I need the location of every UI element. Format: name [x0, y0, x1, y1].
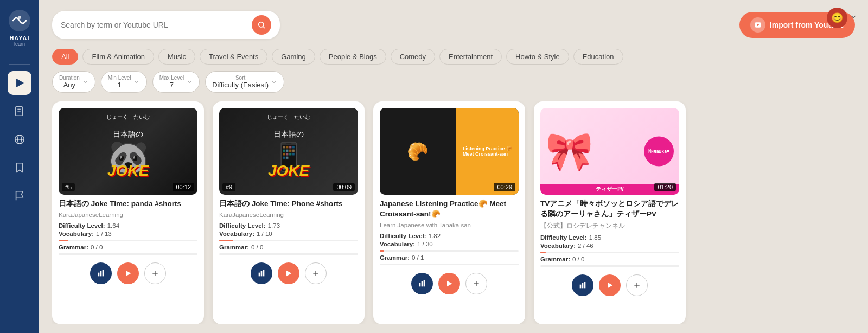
card-channel-1: KaraJapaneseLearning	[59, 212, 197, 218]
card-vocab-row-1: Vocabulary: 1 / 13	[59, 230, 197, 237]
add-button-4[interactable]	[626, 274, 648, 296]
play-button-3[interactable]	[438, 273, 460, 294]
filter-chip-travel[interactable]: Travel & Events	[200, 49, 267, 65]
video-card-4: 🎀 Милашка♥ ティザーPV 01:20 TVアニメ「時々ボソッとロシア語…	[534, 101, 686, 324]
stats-button-1[interactable]	[90, 262, 112, 284]
difficulty-value-2: 1.73	[268, 222, 280, 229]
thumb-joke-1: JOKE	[107, 162, 149, 180]
user-avatar[interactable]: 😊	[827, 8, 857, 28]
card-grammar-row-3: Grammar: 0 / 1	[380, 254, 519, 261]
play-button-1[interactable]	[117, 262, 139, 284]
cards-grid: じょーく たいむ 日本語の 🐼 JOKE #5 00:12 日本語の Joke …	[52, 101, 855, 324]
thumb-duration-1: 00:12	[173, 183, 194, 191]
add-icon-3	[472, 279, 481, 288]
vocab-label-1: Vocabulary:	[59, 230, 94, 237]
filter-chip-entertainment[interactable]: Entertainment	[439, 49, 502, 65]
stats-button-4[interactable]	[572, 274, 593, 296]
stats-icon-2	[257, 269, 266, 278]
thumb-joke-2: JOKE	[268, 162, 309, 180]
difficulty-label-3: Difficulty Level:	[380, 233, 426, 239]
filter-chip-gaming[interactable]: Gaming	[272, 49, 315, 65]
grammar-value-1: 0 / 0	[91, 244, 103, 251]
play-button-2[interactable]	[278, 262, 299, 284]
stats-button-2[interactable]	[251, 262, 272, 284]
header-row: Import from Youtube	[52, 11, 855, 39]
book-icon	[14, 105, 25, 117]
filter-chip-all[interactable]: All	[52, 49, 78, 65]
main-content: 😊 Import from Youtube All	[39, 0, 868, 333]
max-level-dropdown[interactable]: Max Level 7	[152, 71, 200, 93]
play-icon	[14, 77, 25, 89]
difficulty-label-4: Difficulty Level:	[540, 234, 587, 241]
svg-rect-14	[100, 271, 102, 276]
card-thumb-4[interactable]: 🎀 Милашка♥ ティザーPV 01:20	[540, 108, 679, 195]
card-thumb-2[interactable]: じょーく たいむ 日本語の 📱 JOKE #9 00:09	[219, 108, 358, 195]
card-thumb-1[interactable]: じょーく たいむ 日本語の 🐼 JOKE #5 00:12	[59, 108, 197, 195]
thumb-number-2: #9	[222, 183, 235, 191]
vocab-label-3: Vocabulary:	[380, 241, 415, 247]
sidebar-item-flag[interactable]	[8, 184, 31, 208]
difficulty-label-2: Difficulty Level:	[219, 222, 266, 229]
chevron-down-icon-4	[271, 79, 277, 85]
filter-chip-film[interactable]: Film & Animation	[82, 49, 154, 65]
svg-point-9	[259, 22, 264, 27]
add-icon-4	[633, 281, 641, 290]
vocab-value-3: 1 / 30	[417, 241, 433, 247]
add-button-3[interactable]	[465, 273, 487, 294]
grammar-label-1: Grammar:	[59, 244, 88, 251]
filter-chip-music[interactable]: Music	[158, 49, 195, 65]
add-button-1[interactable]	[144, 262, 166, 284]
filter-chip-comedy[interactable]: Comedy	[391, 49, 435, 65]
stats-icon-4	[578, 281, 587, 290]
vocab-value-1: 1 / 13	[96, 230, 112, 237]
card-actions-1	[59, 262, 197, 284]
sidebar-item-globe[interactable]	[8, 127, 31, 151]
card-title-1: 日本語の Joke Time: panda #shorts	[59, 199, 197, 209]
add-icon-1	[151, 269, 159, 278]
card-title-3: Japanese Listening Practice🥐 Meet Croiss…	[380, 199, 519, 220]
card-actions-4	[540, 274, 679, 296]
avatar-circle: 😊	[827, 8, 847, 28]
search-button[interactable]	[252, 15, 271, 35]
stats-button-3[interactable]	[411, 273, 433, 294]
vocab-progress-fill-2	[219, 240, 233, 241]
card-thumb-3[interactable]: 🥐 Listening Practice 🥐Meet Croissant-san…	[380, 108, 519, 195]
flag-icon	[14, 190, 25, 202]
add-button-2[interactable]	[305, 262, 327, 284]
sidebar-divider	[9, 64, 30, 65]
play-icon-1	[124, 269, 132, 278]
vocab-progress-bg-2	[219, 240, 358, 241]
svg-marker-28	[447, 280, 452, 286]
svg-rect-25	[419, 283, 421, 286]
filter-chip-people[interactable]: People & Blogs	[320, 49, 386, 65]
duration-dropdown[interactable]: Duration Any	[52, 71, 95, 93]
card-grammar-row-1: Grammar: 0 / 0	[59, 244, 197, 251]
max-level-label: Max Level	[159, 75, 184, 81]
sort-dropdown[interactable]: Sort Difficulty (Easiest)	[205, 71, 284, 93]
vocab-label-4: Vocabulary:	[540, 242, 576, 249]
chevron-down-icon-2	[133, 79, 140, 85]
chevron-down-icon	[82, 79, 88, 85]
svg-rect-27	[424, 280, 425, 286]
card-actions-3	[380, 273, 519, 294]
sidebar-item-bookmark[interactable]	[8, 156, 31, 180]
sidebar-item-book[interactable]	[8, 99, 31, 123]
filter-chip-education[interactable]: Education	[573, 49, 623, 65]
min-level-dropdown[interactable]: Min Level 1	[101, 71, 147, 93]
grammar-value-3: 0 / 1	[412, 254, 424, 261]
avatar-chevron	[850, 13, 857, 23]
grammar-label-4: Grammar:	[540, 256, 570, 262]
sort-value: Difficulty (Easiest)	[212, 81, 269, 89]
sidebar-item-play[interactable]	[8, 71, 31, 95]
vocab-value-2: 1 / 10	[257, 230, 272, 237]
card-vocab-row-4: Vocabulary: 2 / 46	[540, 242, 679, 249]
svg-marker-34	[608, 282, 612, 288]
thumb-top-text-1: じょーく たいむ	[106, 113, 150, 121]
play-button-4[interactable]	[599, 274, 621, 296]
filter-chip-howto[interactable]: Howto & Style	[506, 49, 569, 65]
search-input[interactable]	[61, 21, 247, 29]
croissant-emoji: 🥐	[407, 141, 429, 162]
svg-marker-2	[17, 79, 24, 87]
play-icon-2	[284, 269, 293, 278]
card-difficulty-row-2: Difficulty Level: 1.73	[219, 222, 358, 229]
